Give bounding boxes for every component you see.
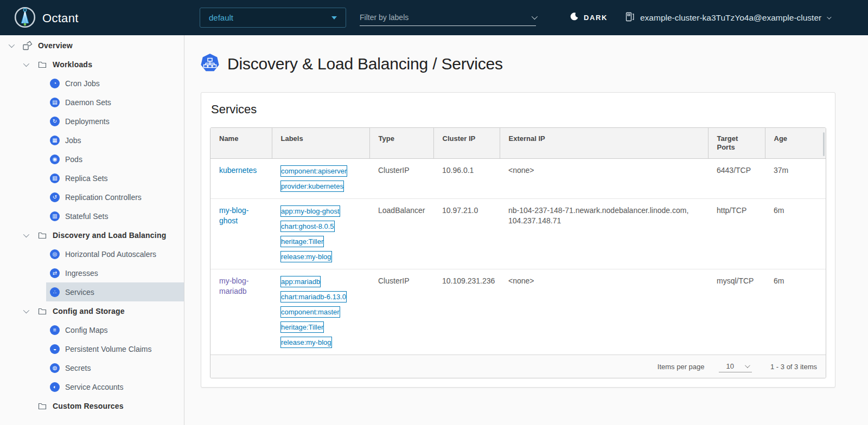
sidebar-item-ingresses[interactable]: ⇄Ingresses [46, 263, 184, 282]
secrets-icon: ◍ [50, 363, 60, 373]
cell-target-ports: http/TCP [708, 199, 765, 269]
caret-down-icon [331, 16, 337, 20]
sidebar-item-label: Secrets [65, 364, 91, 372]
label-pill: app:my-blog-ghost [280, 205, 340, 217]
sidebar-item-label: Custom Resources [53, 402, 124, 410]
column-header-labels: Labels [272, 128, 369, 159]
column-header-type: Type [369, 128, 433, 159]
items-per-page-select[interactable]: 10 [719, 361, 752, 372]
sidebar-item-daemon-sets[interactable]: ▤Daemon Sets [46, 93, 184, 112]
sidebar-item-pods[interactable]: ◉Pods [46, 150, 184, 169]
cell-external-ip: <none> [500, 159, 708, 199]
sidebar-item-config-and-storage[interactable]: Config and Storage [0, 301, 184, 320]
services-card: Services NameLabelsTypeCluster IPExterna… [201, 92, 835, 388]
folder-icon [37, 230, 47, 240]
sidebar-item-deployments[interactable]: ↻Deployments [46, 112, 184, 131]
folder-icon [37, 401, 47, 411]
table-scrollbar-thumb[interactable] [823, 132, 825, 156]
sidebar-item-label: Pods [65, 155, 82, 164]
sidebar-item-jobs[interactable]: ▦Jobs [46, 131, 184, 150]
page-title: Discovery & Load Balancing / Services [227, 55, 503, 73]
namespace-select[interactable]: default [200, 8, 346, 28]
stateful-sets-icon: ▥ [50, 211, 60, 221]
sidebar-item-label: Jobs [65, 136, 81, 145]
chevron-down-icon[interactable] [20, 62, 31, 67]
column-header-cluster-ip: Cluster IP [433, 128, 500, 159]
config-maps-icon: ≡ [50, 325, 60, 335]
folder-icon [37, 60, 47, 69]
sidebar-item-horizontal-pod-autoscalers[interactable]: ◎Horizontal Pod Autoscalers [46, 244, 184, 263]
column-header-external-ip: External IP [500, 128, 708, 159]
service-link[interactable]: kubernetes [219, 166, 257, 175]
service-link[interactable]: my-blog-ghost [219, 206, 248, 225]
sidebar-item-replica-sets[interactable]: ▧Replica Sets [46, 169, 184, 188]
sidebar-item-services[interactable]: ∴Services [46, 282, 184, 301]
chevron-down-icon[interactable] [5, 43, 16, 48]
sidebar-item-label: Daemon Sets [65, 98, 111, 107]
sidebar-item-service-accounts[interactable]: ◐Service Accounts [46, 377, 184, 396]
service-link[interactable]: my-blog-mariadb [219, 276, 248, 295]
chevron-down-icon[interactable] [532, 13, 538, 19]
sidebar-item-replication-controllers[interactable]: ↺Replication Controllers [46, 188, 184, 207]
cluster-icon [625, 12, 635, 24]
service-accounts-icon: ◐ [50, 382, 60, 392]
jobs-icon: ▦ [50, 136, 60, 145]
cell-cluster-ip: 10.109.231.236 [433, 269, 500, 355]
column-header-age: Age [765, 128, 826, 159]
cluster-context-label: example-cluster-ka3TuTzYo4a@example-clus… [640, 13, 821, 23]
cell-target-ports: 6443/TCP [708, 159, 765, 199]
label-filter [360, 9, 536, 26]
sidebar-item-label: Deployments [65, 117, 110, 126]
cluster-context-switcher[interactable]: example-cluster-ka3TuTzYo4a@example-clus… [625, 0, 830, 35]
table-row-my-blog-mariadb: my-blog-mariadbapp:mariadbchart:mariadb-… [210, 269, 826, 355]
octant-logo-icon [14, 7, 36, 30]
sidebar-item-persistent-volume-claims[interactable]: ◒Persistent Volume Claims [46, 339, 184, 358]
dark-theme-toggle[interactable]: DARK [570, 0, 608, 35]
chevron-down-icon[interactable] [20, 309, 31, 313]
sidebar-item-label: Services [65, 288, 94, 297]
label-filter-input[interactable] [360, 13, 532, 22]
chevron-down-icon [827, 15, 831, 19]
column-header-target-ports: Target Ports [708, 128, 765, 159]
cell-cluster-ip: 10.97.21.0 [433, 199, 500, 269]
label-pill: chart:mariadb-6.13.0 [280, 291, 347, 302]
pagination-range: 1 - 3 of 3 items [770, 363, 817, 371]
sidebar-item-secrets[interactable]: ◍Secrets [46, 358, 184, 377]
card-title: Services [211, 102, 826, 117]
cell-external-ip: <none> [500, 269, 708, 355]
cell-name: my-blog-ghost [210, 199, 272, 269]
services-page-icon [200, 53, 220, 75]
label-pill: component:master [280, 306, 340, 318]
sidebar-item-label: Stateful Sets [65, 212, 108, 221]
sidebar-item-stateful-sets[interactable]: ▥Stateful Sets [46, 207, 184, 226]
cell-labels: component:apiserverprovider:kubernetes [272, 159, 369, 199]
table-row-kubernetes: kubernetescomponent:apiserverprovider:ku… [210, 159, 826, 199]
page-title-row: Discovery & Load Balancing / Services [200, 53, 868, 75]
sidebar-item-overview[interactable]: Overview [0, 36, 184, 55]
replication-controllers-icon: ↺ [50, 192, 60, 202]
replica-sets-icon: ▧ [50, 173, 60, 183]
pods-icon: ◉ [50, 154, 60, 164]
sidebar-item-custom-resources[interactable]: Custom Resources [0, 396, 184, 415]
services-icon: ∴ [50, 287, 60, 297]
persistent-volume-claims-icon: ◒ [50, 344, 60, 354]
chevron-down-icon[interactable] [20, 233, 31, 237]
label-pill: release:my-blog [280, 251, 332, 262]
label-pill: chart:ghost-8.0.5 [280, 221, 335, 232]
moon-icon [570, 12, 579, 23]
cell-name: kubernetes [210, 159, 272, 199]
sidebar-item-label: Service Accounts [65, 383, 123, 391]
cell-type: ClusterIP [369, 159, 433, 199]
items-per-page-label: Items per page [658, 363, 705, 371]
sidebar-item-label: Persistent Volume Claims [65, 345, 152, 353]
column-header-name: Name [210, 128, 272, 159]
cell-age: 37m [765, 159, 826, 199]
sidebar-item-config-maps[interactable]: ≡Config Maps [46, 320, 184, 339]
label-pill: heritage:Tiller [280, 236, 324, 247]
sidebar-item-workloads[interactable]: Workloads [0, 55, 184, 74]
sidebar-item-discovery-and-load-balancing[interactable]: Discovery and Load Balancing [0, 226, 184, 244]
label-pill: release:my-blog [280, 337, 332, 348]
sidebar-item-cron-jobs[interactable]: ◔Cron Jobs [46, 74, 184, 93]
sidebar-item-label: Overview [38, 41, 73, 50]
sidebar-item-label: Replica Sets [65, 174, 108, 183]
